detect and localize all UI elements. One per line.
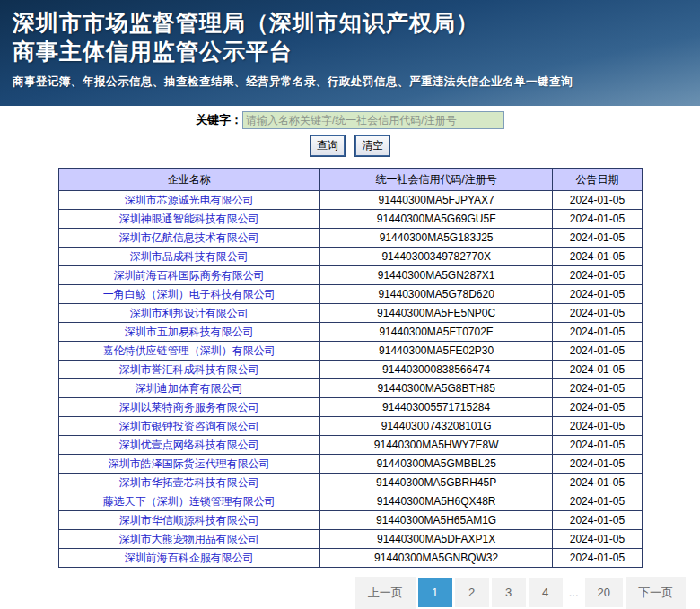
site-subtitle: 商事登记簿、年报公示信息、抽查检查结果、经营异常名录、行政处罚信息、严重违法失信… <box>13 74 700 90</box>
company-name-cell: 深圳以莱特商务服务有限公司 <box>58 398 319 417</box>
credit-code-cell: 91440300MA5GMBBL25 <box>319 455 552 474</box>
publish-date-cell: 2024-01-05 <box>553 417 642 436</box>
credit-code-cell: 91440300349782770X <box>319 248 552 266</box>
credit-code-cell: 91440300MA5FJPYAX7 <box>319 191 552 210</box>
company-link[interactable]: 深圳以莱特商务服务有限公司 <box>119 401 259 413</box>
company-link[interactable]: 深圳前海百科企服有限公司 <box>125 552 254 564</box>
credit-code-cell: 91440300MA5FE02P30 <box>319 342 552 361</box>
table-row: 深圳市品成科技有限公司91440300349782770X2024-01-05 <box>58 248 642 266</box>
company-link[interactable]: 一角白鲸（深圳）电子科技有限公司 <box>103 288 276 300</box>
company-link[interactable]: 深圳市五加易科技有限公司 <box>125 326 254 338</box>
credit-code-cell: 91440300MA5H65AM1G <box>319 511 552 530</box>
publish-date-cell: 2024-01-05 <box>553 285 642 304</box>
company-name-cell: 深圳市品成科技有限公司 <box>58 248 319 266</box>
publish-date-cell: 2024-01-05 <box>553 229 642 248</box>
table-row: 深圳市皓泽国际货运代理有限公司91440300MA5GMBBL252024-01… <box>58 455 642 474</box>
credit-code-cell: 91440300MA5H6QX48R <box>319 492 552 511</box>
column-header-company-name: 企业名称 <box>58 169 319 191</box>
table-row: 一角白鲸（深圳）电子科技有限公司91440300MA5G78D6202024-0… <box>58 285 642 304</box>
publish-date-cell: 2024-01-05 <box>553 549 642 568</box>
company-name-cell: 深圳市五加易科技有限公司 <box>58 323 319 342</box>
publish-date-cell: 2024-01-05 <box>553 530 642 549</box>
company-link[interactable]: 深圳市大熊宠物用品有限公司 <box>119 533 259 545</box>
company-link[interactable]: 深圳市亿航信息技术有限公司 <box>119 231 259 244</box>
company-link[interactable]: 藤选天下（深圳）连锁管理有限公司 <box>103 495 276 508</box>
table-row: 深圳市银钟投资咨询有限公司91440300743208101G2024-01-0… <box>58 417 642 436</box>
credit-code-cell: 91440300MA5G183J25 <box>319 229 552 248</box>
publish-date-cell: 2024-01-05 <box>553 511 642 530</box>
table-row: 深圳以莱特商务服务有限公司9144030055717152842024-01-0… <box>58 398 642 417</box>
company-link[interactable]: 深圳神眼通智能科技有限公司 <box>119 213 259 225</box>
company-table: 企业名称 统一社会信用代码/注册号 公告日期 深圳市芯源诚光电有限公司91440… <box>58 168 643 568</box>
page-button-2[interactable]: 2 <box>455 578 489 607</box>
table-row: 深圳市亿航信息技术有限公司91440300MA5G183J252024-01-0… <box>58 229 642 248</box>
company-link[interactable]: 深圳市银钟投资咨询有限公司 <box>119 420 259 432</box>
credit-code-cell: 91440300MA5G8BTH85 <box>319 379 552 398</box>
table-row: 深圳迪加体育有限公司91440300MA5G8BTH852024-01-05 <box>58 379 642 398</box>
credit-code-cell: 91440300MA5FT0702E <box>319 323 552 342</box>
page-button-3[interactable]: 3 <box>492 578 526 607</box>
company-link[interactable]: 深圳市华信顺源科技有限公司 <box>119 514 259 526</box>
query-button[interactable]: 查询 <box>311 135 345 156</box>
publish-date-cell: 2024-01-05 <box>553 191 642 210</box>
credit-code-cell: 91440300MA5DFAXP1X <box>319 530 552 549</box>
clear-button[interactable]: 清空 <box>355 135 389 156</box>
column-header-publish-date: 公告日期 <box>553 169 642 191</box>
table-row: 深圳优壹点网络科技有限公司91440300MA5HWY7E8W2024-01-0… <box>58 436 642 455</box>
publish-date-cell: 2024-01-05 <box>553 455 642 474</box>
company-name-cell: 深圳市大熊宠物用品有限公司 <box>58 530 319 549</box>
company-link[interactable]: 深圳市利邦设计有限公司 <box>130 307 249 319</box>
credit-code-cell: 91440300MA5GN287X1 <box>319 266 552 285</box>
table-row: 藤选天下（深圳）连锁管理有限公司91440300MA5H6QX48R2024-0… <box>58 492 642 511</box>
prev-page-button[interactable]: 上一页 <box>355 577 416 609</box>
next-page-button[interactable]: 下一页 <box>626 577 686 609</box>
company-link[interactable]: 深圳市芯源诚光电有限公司 <box>125 194 254 206</box>
publish-date-cell: 2024-01-05 <box>553 361 642 379</box>
table-row: 深圳前海百科企服有限公司91440300MA5GNBQW322024-01-05 <box>58 549 642 568</box>
table-row: 深圳市誉汇科成科技有限公司9144030008385664742024-01-0… <box>58 361 642 379</box>
company-name-cell: 深圳市亿航信息技术有限公司 <box>58 229 319 248</box>
company-link[interactable]: 深圳市誉汇科成科技有限公司 <box>119 363 259 376</box>
publish-date-cell: 2024-01-05 <box>553 266 642 285</box>
credit-code-cell: 91440300MA5GBRH45P <box>319 474 552 492</box>
company-link[interactable]: 深圳迪加体育有限公司 <box>136 382 243 395</box>
credit-code-cell: 914403000838566474 <box>319 361 552 379</box>
publish-date-cell: 2024-01-05 <box>553 474 642 492</box>
company-name-cell: 深圳市银钟投资咨询有限公司 <box>58 417 319 436</box>
company-link[interactable]: 深圳市华拓壹芯科技有限公司 <box>119 476 259 489</box>
company-name-cell: 深圳市芯源诚光电有限公司 <box>58 191 319 210</box>
table-header-row: 企业名称 统一社会信用代码/注册号 公告日期 <box>58 169 642 191</box>
table-row: 深圳市芯源诚光电有限公司91440300MA5FJPYAX72024-01-05 <box>58 191 642 210</box>
company-link[interactable]: 嘉伦特供应链管理（深圳）有限公司 <box>103 344 276 357</box>
company-name-cell: 深圳市华拓壹芯科技有限公司 <box>58 474 319 492</box>
table-row: 深圳市利邦设计有限公司91440300MA5FE5NP0C2024-01-05 <box>58 304 642 323</box>
table-row: 深圳市五加易科技有限公司91440300MA5FT0702E2024-01-05 <box>58 323 642 342</box>
publish-date-cell: 2024-01-05 <box>553 210 642 229</box>
keyword-input[interactable] <box>242 111 504 129</box>
table-row: 深圳市大熊宠物用品有限公司91440300MA5DFAXP1X2024-01-0… <box>58 530 642 549</box>
credit-code-cell: 91440300743208101G <box>319 417 552 436</box>
company-name-cell: 嘉伦特供应链管理（深圳）有限公司 <box>58 342 319 361</box>
company-link[interactable]: 深圳前海百科国际商务有限公司 <box>114 269 265 282</box>
company-link[interactable]: 深圳市皓泽国际货运代理有限公司 <box>109 457 270 470</box>
page-button-20[interactable]: 20 <box>585 578 623 607</box>
page-ellipsis: ... <box>565 578 582 607</box>
page-button-4[interactable]: 4 <box>529 578 563 607</box>
credit-code-cell: 91440300MA5G69GU5F <box>319 210 552 229</box>
pagination: 上一页1234...20下一页 <box>0 577 686 609</box>
publish-date-cell: 2024-01-05 <box>553 304 642 323</box>
company-link[interactable]: 深圳市品成科技有限公司 <box>130 250 249 263</box>
page-button-1[interactable]: 1 <box>418 578 452 607</box>
table-row: 嘉伦特供应链管理（深圳）有限公司91440300MA5FE02P302024-0… <box>58 342 642 361</box>
publish-date-cell: 2024-01-05 <box>553 492 642 511</box>
publish-date-cell: 2024-01-05 <box>553 436 642 455</box>
search-section: 关键字： 查询 清空 <box>0 106 700 156</box>
table-row: 深圳神眼通智能科技有限公司91440300MA5G69GU5F2024-01-0… <box>58 210 642 229</box>
company-link[interactable]: 深圳优壹点网络科技有限公司 <box>119 439 259 451</box>
publish-date-cell: 2024-01-05 <box>553 379 642 398</box>
publish-date-cell: 2024-01-05 <box>553 248 642 266</box>
credit-code-cell: 91440300MA5G78D620 <box>319 285 552 304</box>
company-name-cell: 深圳市华信顺源科技有限公司 <box>58 511 319 530</box>
publish-date-cell: 2024-01-05 <box>553 398 642 417</box>
company-name-cell: 深圳前海百科国际商务有限公司 <box>58 266 319 285</box>
